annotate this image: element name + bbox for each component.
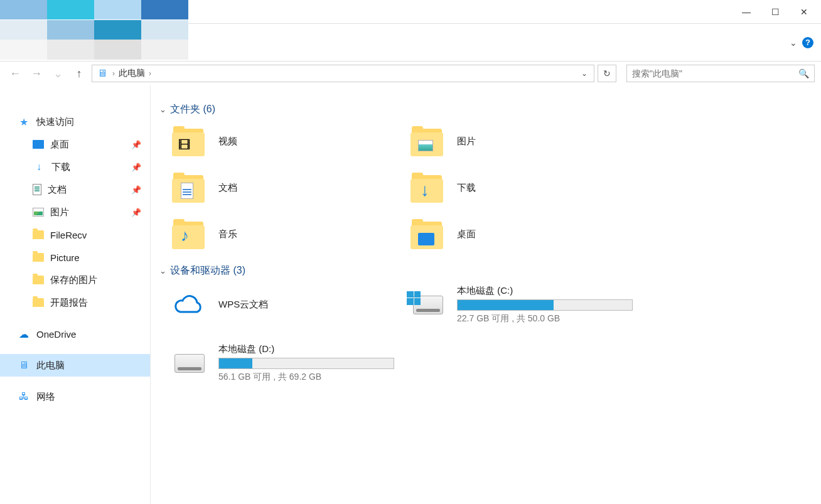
- nav-label: 快速访问: [36, 116, 74, 128]
- folder-label: 下载: [457, 182, 476, 194]
- drive-usage-bar: [457, 299, 633, 311]
- breadcrumb-separator: ›: [112, 69, 115, 78]
- refresh-button[interactable]: ↻: [598, 65, 616, 82]
- address-dropdown-icon[interactable]: ⌄: [579, 69, 590, 78]
- breadcrumb-separator: ›: [149, 69, 151, 78]
- back-button[interactable]: ←: [6, 65, 24, 82]
- nav-saved-pictures[interactable]: 保存的图片: [0, 269, 150, 291]
- this-pc-icon: 🖥: [18, 359, 30, 372]
- folder-icon: [33, 230, 44, 239]
- ribbon-expand-icon[interactable]: ⌄: [790, 38, 797, 48]
- folder-videos[interactable]: 🎞 视频: [172, 124, 410, 159]
- group-title: 设备和驱动器 (3): [170, 264, 245, 277]
- folder-label: 图片: [457, 136, 476, 147]
- folder-desktop[interactable]: 桌面: [410, 217, 649, 252]
- document-icon: [33, 184, 41, 195]
- nav-report[interactable]: 开题报告: [0, 291, 150, 314]
- nav-desktop[interactable]: 桌面 📌: [0, 133, 150, 156]
- group-title: 文件夹 (6): [170, 103, 215, 116]
- folder-icon: 🎞: [172, 126, 207, 156]
- nav-label: 桌面: [50, 139, 69, 151]
- folder-documents[interactable]: 文档: [172, 170, 410, 205]
- nav-label: 开题报告: [50, 297, 88, 309]
- pin-icon: 📌: [131, 140, 141, 149]
- cloud-icon: [172, 290, 207, 320]
- maximize-button[interactable]: ☐: [761, 3, 790, 21]
- nav-label: 保存的图片: [50, 274, 97, 286]
- nav-onedrive[interactable]: ☁ OneDrive: [0, 323, 150, 345]
- download-icon: ↓: [33, 161, 45, 173]
- desktop-icon: [33, 140, 44, 149]
- minimize-button[interactable]: —: [732, 3, 761, 21]
- drive-name: 本地磁盘 (D:): [218, 343, 394, 355]
- folder-icon: [410, 219, 446, 249]
- nav-label: 下载: [51, 161, 70, 173]
- folder-label: 音乐: [218, 228, 237, 240]
- help-icon[interactable]: ?: [802, 37, 813, 48]
- drive-c[interactable]: 本地磁盘 (C:) 22.7 GB 可用 , 共 50.0 GB: [410, 285, 649, 324]
- disk-icon: [410, 290, 446, 320]
- group-header-devices[interactable]: ⌄ 设备和驱动器 (3): [159, 264, 815, 277]
- nav-downloads[interactable]: ↓ 下载 📌: [0, 156, 150, 178]
- folder-downloads[interactable]: ↓ 下载: [410, 170, 649, 205]
- address-bar-row: ← → ⌄ ↑ 🖥 › 此电脑 › ⌄ ↻ 🔍: [0, 62, 821, 85]
- folder-label: 文档: [218, 182, 237, 194]
- folder-icon: [410, 126, 446, 156]
- search-icon[interactable]: 🔍: [798, 68, 809, 78]
- folder-music[interactable]: ♪ 音乐: [172, 217, 410, 252]
- navigation-pane: ★ 快速访问 桌面 📌 ↓ 下载 📌 文档 📌 图片 📌 FileRecv: [0, 85, 151, 504]
- nav-picture-en[interactable]: Picture: [0, 246, 150, 269]
- nav-quick-access[interactable]: ★ 快速访问: [0, 110, 150, 133]
- drive-usage-text: 56.1 GB 可用 , 共 69.2 GB: [218, 372, 394, 383]
- forward-button[interactable]: →: [28, 65, 45, 82]
- folder-icon: [33, 298, 44, 307]
- close-button[interactable]: ✕: [790, 3, 818, 21]
- nav-label: FileRecv: [50, 230, 87, 240]
- recent-locations-button[interactable]: ⌄: [49, 65, 67, 82]
- nav-network[interactable]: 🖧 网络: [0, 385, 150, 408]
- folder-icon: ♪: [172, 219, 207, 249]
- search-input[interactable]: [632, 68, 798, 78]
- folder-pictures[interactable]: 图片: [410, 124, 649, 159]
- up-button[interactable]: ↑: [70, 65, 88, 82]
- redacted-region: [0, 0, 188, 60]
- nav-label: OneDrive: [36, 329, 76, 340]
- nav-label: 网络: [36, 391, 55, 403]
- star-icon: ★: [18, 115, 30, 128]
- disk-icon: [172, 348, 207, 378]
- nav-this-pc[interactable]: 🖥 此电脑: [0, 354, 150, 377]
- breadcrumb-location[interactable]: 此电脑: [119, 68, 145, 79]
- search-box[interactable]: 🔍: [626, 65, 815, 82]
- folder-icon: [172, 173, 207, 203]
- nav-filerecv[interactable]: FileRecv: [0, 223, 150, 246]
- chevron-down-icon: ⌄: [159, 105, 166, 114]
- nav-documents[interactable]: 文档 📌: [0, 178, 150, 201]
- drive-usage-bar: [218, 358, 394, 369]
- drive-wps-cloud[interactable]: WPS云文档: [172, 285, 410, 324]
- folder-icon: [33, 276, 44, 284]
- drive-d[interactable]: 本地磁盘 (D:) 56.1 GB 可用 , 共 69.2 GB: [172, 343, 410, 383]
- drive-label: WPS云文档: [218, 299, 268, 311]
- cloud-icon: ☁: [18, 328, 30, 340]
- folder-label: 视频: [218, 136, 237, 147]
- picture-icon: [33, 208, 44, 217]
- pin-icon: 📌: [131, 208, 141, 217]
- windows-logo-icon: [407, 291, 421, 305]
- nav-label: Picture: [50, 252, 80, 263]
- folder-label: 桌面: [457, 228, 476, 240]
- pin-icon: 📌: [131, 185, 141, 195]
- nav-label: 此电脑: [36, 360, 65, 372]
- nav-label: 文档: [48, 184, 67, 196]
- network-icon: 🖧: [18, 390, 30, 403]
- drive-name: 本地磁盘 (C:): [457, 285, 633, 297]
- folder-icon: ↓: [410, 173, 446, 203]
- nav-label: 图片: [50, 206, 69, 218]
- group-header-folders[interactable]: ⌄ 文件夹 (6): [159, 103, 815, 116]
- chevron-down-icon: ⌄: [159, 266, 166, 276]
- drive-usage-text: 22.7 GB 可用 , 共 50.0 GB: [457, 313, 633, 324]
- pin-icon: 📌: [131, 163, 141, 172]
- address-bar[interactable]: 🖥 › 此电脑 › ⌄: [92, 65, 594, 82]
- nav-pictures[interactable]: 图片 📌: [0, 201, 150, 223]
- this-pc-icon: 🖥: [96, 67, 109, 80]
- folder-icon: [33, 253, 44, 262]
